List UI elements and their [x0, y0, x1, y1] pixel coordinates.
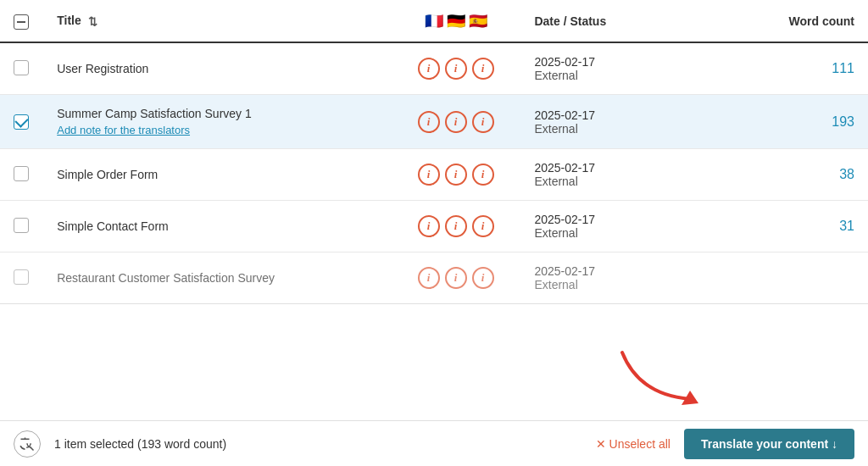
row-word-count: 31 [737, 201, 868, 252]
table-header: Title 🇫🇷 🇩🇪 🇪🇸 Date / Status Word count [0, 0, 868, 42]
row-date: 2025-02-17 [534, 213, 724, 226]
sort-icon[interactable] [88, 15, 97, 28]
row-checkbox-3[interactable] [14, 166, 29, 181]
row-info-icons: iii [391, 42, 521, 95]
svg-marker-0 [682, 391, 698, 405]
row-title: Simple Contact Form [57, 219, 168, 233]
col-header-flags: 🇫🇷 🇩🇪 🇪🇸 [391, 0, 521, 42]
row-title-cell: Simple Order Form [43, 149, 391, 201]
col-header-title[interactable]: Title [43, 0, 391, 42]
table-row: User Registrationiii2025-02-17External11… [0, 42, 868, 95]
select-all-checkbox[interactable] [14, 14, 29, 30]
row-title-cell: User Registration [43, 42, 391, 95]
row-info-icons: iii [391, 252, 521, 304]
info-icon-2[interactable]: i [445, 111, 467, 133]
row-status: External [534, 226, 724, 240]
row-checkbox-1[interactable] [14, 60, 29, 75]
row-date: 2025-02-17 [534, 264, 724, 278]
info-icon-2[interactable]: i [445, 58, 467, 80]
row-checkbox-5[interactable] [14, 269, 29, 285]
row-status: External [534, 69, 724, 82]
bottom-bar: 1 item selected (193 word count) ✕ Unsel… [0, 420, 868, 466]
table-row: Summer Camp Satisfaction Survey 1Add not… [0, 95, 868, 149]
selected-count-label: 1 item selected (193 word count) [54, 437, 582, 451]
col-header-words: Word count [737, 0, 868, 42]
translate-icon [14, 430, 41, 458]
info-icon-1[interactable]: i [418, 58, 440, 80]
row-title-cell: Simple Contact Form [43, 201, 391, 252]
info-icon-3[interactable]: i [472, 111, 494, 133]
col-header-date: Date / Status [520, 0, 737, 42]
info-icon-1[interactable]: i [418, 267, 440, 289]
row-title: Summer Camp Satisfaction Survey 1 [57, 107, 252, 120]
row-status: External [534, 175, 724, 188]
row-title: Restaurant Customer Satisfaction Survey [57, 271, 275, 285]
row-date-status: 2025-02-17External [520, 42, 737, 95]
row-date-status: 2025-02-17External [520, 201, 737, 252]
row-title-cell: Restaurant Customer Satisfaction Survey [43, 252, 391, 304]
row-title: Simple Order Form [57, 168, 158, 181]
info-icon-2[interactable]: i [445, 215, 467, 237]
table-row: Simple Contact Formiii2025-02-17External… [0, 201, 868, 252]
info-icon-1[interactable]: i [418, 164, 440, 186]
row-info-icons: iii [391, 201, 521, 252]
row-date: 2025-02-17 [534, 161, 724, 175]
arrow-decoration [614, 344, 715, 415]
row-info-icons: iii [391, 95, 521, 149]
translate-content-button[interactable]: Translate your content ↓ [684, 429, 854, 459]
table-row: Simple Order Formiii2025-02-17External38 [0, 149, 868, 201]
row-word-count: 38 [737, 149, 868, 201]
row-info-icons: iii [391, 149, 521, 201]
row-date-status: 2025-02-17External [520, 95, 737, 149]
row-date-status: 2025-02-17External [520, 252, 737, 304]
row-word-count [737, 252, 868, 304]
row-status: External [534, 278, 724, 291]
row-checkbox-2[interactable] [14, 114, 29, 130]
row-title: User Registration [57, 62, 148, 75]
row-date: 2025-02-17 [534, 55, 724, 69]
row-date-status: 2025-02-17External [520, 149, 737, 201]
info-icon-2[interactable]: i [445, 267, 467, 289]
add-note-link[interactable]: Add note for the translators [57, 124, 377, 136]
info-icon-1[interactable]: i [418, 111, 440, 133]
row-checkbox-4[interactable] [14, 218, 29, 233]
info-icon-2[interactable]: i [445, 164, 467, 186]
info-icon-3[interactable]: i [472, 58, 494, 80]
row-title-cell: Summer Camp Satisfaction Survey 1Add not… [43, 95, 391, 149]
info-icon-3[interactable]: i [472, 267, 494, 289]
row-date: 2025-02-17 [534, 108, 724, 122]
info-icon-1[interactable]: i [418, 215, 440, 237]
row-word-count: 111 [737, 42, 868, 95]
row-status: External [534, 122, 724, 136]
table-row: Restaurant Customer Satisfaction Surveyi… [0, 252, 868, 304]
table-body: User Registrationiii2025-02-17External11… [0, 42, 868, 303]
info-icon-3[interactable]: i [472, 215, 494, 237]
row-word-count: 193 [737, 95, 868, 149]
unselect-all-button[interactable]: ✕ Unselect all [596, 437, 670, 451]
info-icon-3[interactable]: i [472, 164, 494, 186]
